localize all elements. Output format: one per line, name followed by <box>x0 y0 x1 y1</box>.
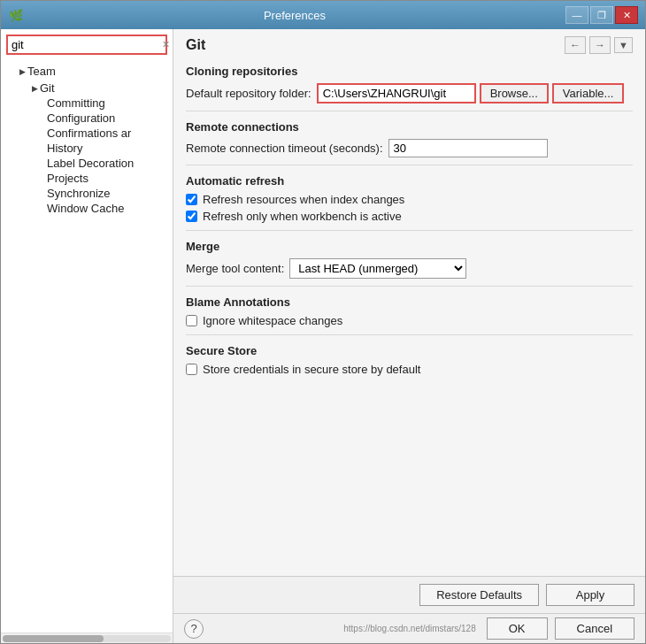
refresh-index-label: Refresh resources when index changes <box>203 193 404 206</box>
scrollbar-thumb <box>3 635 104 642</box>
cancel-button[interactable]: Cancel <box>555 617 634 640</box>
sidebar-item-projects[interactable]: Projects <box>1 171 173 186</box>
sidebar-item-synchronize[interactable]: Synchronize <box>1 186 173 201</box>
apply-button[interactable]: Apply <box>546 584 634 606</box>
restore-defaults-button[interactable]: Restore Defaults <box>419 584 539 606</box>
refresh-check2-row: Refresh only when workbench is active <box>186 210 633 223</box>
timeout-input[interactable] <box>388 139 548 157</box>
right-panel: Git ← → ▼ Cloning repositories Default r… <box>173 29 645 643</box>
divider-2 <box>186 165 633 165</box>
restore-button[interactable]: ❐ <box>590 6 613 24</box>
scrollbar-track <box>3 635 171 642</box>
tree-toggle-git: ▶ <box>29 83 40 94</box>
blame-check-row: Ignore whitespace changes <box>186 314 633 327</box>
ignore-whitespace-label: Ignore whitespace changes <box>203 314 342 327</box>
nav-back-button[interactable]: ← <box>565 36 586 54</box>
store-credentials-checkbox[interactable] <box>186 364 197 375</box>
sidebar-item-team[interactable]: ▶ Team <box>1 64 173 79</box>
preferences-window: 🌿 Preferences — ❐ ✕ ✕ ▶ Team <box>0 0 646 644</box>
window-controls: — ❐ ✕ <box>565 6 638 24</box>
section-blame-heading: Blame Annotations <box>186 295 633 309</box>
section-refresh-heading: Automatic refresh <box>186 174 633 188</box>
tree-item-team: ▶ Team ▶ Git Committing Configuration Co… <box>1 62 173 219</box>
main-content: ✕ ▶ Team ▶ Git <box>1 29 645 643</box>
tree-toggle-team: ▶ <box>17 66 27 77</box>
repo-folder-row: Default repository folder: Browse... Var… <box>186 83 633 104</box>
timeout-label: Remote connection timeout (seconds): <box>186 142 383 155</box>
merge-tool-row: Merge tool content: Last HEAD (unmerged)… <box>186 258 633 279</box>
nav-dropdown-button[interactable]: ▼ <box>614 37 633 53</box>
section-merge-heading: Merge <box>186 240 633 253</box>
search-input[interactable] <box>12 38 160 51</box>
tree-item-git: ▶ Git Committing Configuration Confirmat… <box>1 79 173 218</box>
divider-3 <box>186 230 633 231</box>
sidebar-item-confirmations[interactable]: Confirmations ar <box>1 126 173 141</box>
sidebar-item-git[interactable]: ▶ Git <box>1 80 173 96</box>
title-bar: 🌿 Preferences — ❐ ✕ <box>1 1 645 29</box>
help-button[interactable]: ? <box>184 619 204 639</box>
ignore-whitespace-checkbox[interactable] <box>186 315 197 326</box>
section-cloning-heading: Cloning repositories <box>186 65 633 78</box>
section-remote-heading: Remote connections <box>186 120 633 134</box>
secure-check-row: Store credentials in secure store by def… <box>186 363 633 376</box>
repo-folder-input[interactable] <box>317 83 476 104</box>
timeout-row: Remote connection timeout (seconds): <box>186 139 633 157</box>
ok-cancel-bar: ? https://blog.csdn.net/dimstars/128 OK … <box>173 613 645 643</box>
sidebar-item-label-decoration[interactable]: Label Decoration <box>1 156 173 171</box>
panel-content: Cloning repositories Default repository … <box>173 58 645 576</box>
divider-4 <box>186 286 633 287</box>
store-credentials-label: Store credentials in secure store by def… <box>203 363 420 376</box>
bottom-bar: Restore Defaults Apply <box>173 576 645 613</box>
sidebar-item-committing[interactable]: Committing <box>1 96 173 111</box>
panel-title: Git <box>186 37 205 53</box>
ok-button[interactable]: OK <box>487 617 548 640</box>
close-button[interactable]: ✕ <box>615 6 638 24</box>
window-title: Preferences <box>24 9 565 22</box>
horizontal-scrollbar[interactable] <box>1 632 173 643</box>
search-clear-button[interactable]: ✕ <box>160 39 172 50</box>
watermark-text: https://blog.csdn.net/dimstars/128 <box>340 624 480 633</box>
team-label: Team <box>27 65 56 78</box>
left-panel: ✕ ▶ Team ▶ Git <box>1 29 173 643</box>
sidebar-item-window-cache[interactable]: Window Cache <box>1 201 173 216</box>
browse-button[interactable]: Browse... <box>480 83 549 104</box>
variable-button[interactable]: Variable... <box>552 83 625 104</box>
repo-folder-label: Default repository folder: <box>186 87 311 100</box>
nav-forward-button[interactable]: → <box>589 36 611 54</box>
divider-5 <box>186 334 633 335</box>
search-box: ✕ <box>6 34 167 55</box>
refresh-check1-row: Refresh resources when index changes <box>186 193 633 206</box>
refresh-workbench-checkbox[interactable] <box>186 211 197 222</box>
section-secure-heading: Secure Store <box>186 344 633 357</box>
git-label: Git <box>40 81 55 95</box>
panel-header: Git ← → ▼ <box>173 29 645 58</box>
sidebar-tree: ▶ Team ▶ Git Committing Configuration Co… <box>1 60 173 632</box>
refresh-workbench-label: Refresh only when workbench is active <box>203 210 402 223</box>
sidebar-item-history[interactable]: History <box>1 141 173 156</box>
app-icon: 🌿 <box>8 7 24 23</box>
merge-tool-label: Merge tool content: <box>186 262 284 275</box>
merge-tool-select[interactable]: Last HEAD (unmerged) Merge result Workin… <box>289 258 466 279</box>
minimize-button[interactable]: — <box>565 6 588 24</box>
sidebar-item-configuration[interactable]: Configuration <box>1 111 173 126</box>
refresh-index-checkbox[interactable] <box>186 194 197 205</box>
nav-arrows: ← → ▼ <box>565 36 633 54</box>
divider-1 <box>186 111 633 111</box>
